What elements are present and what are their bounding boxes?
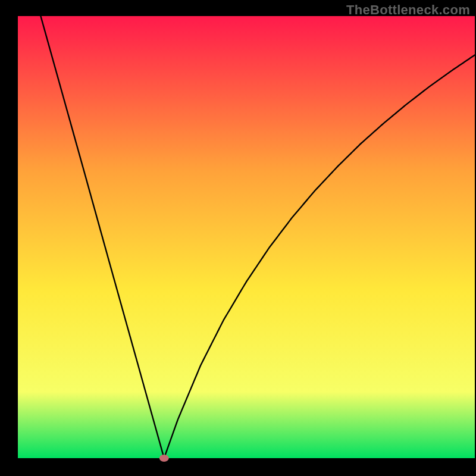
minimum-marker — [159, 455, 169, 462]
bottleneck-curve-chart — [0, 0, 476, 476]
plot-background — [18, 16, 475, 458]
watermark-text: TheBottleneck.com — [346, 2, 470, 18]
chart-frame: TheBottleneck.com — [0, 0, 476, 476]
